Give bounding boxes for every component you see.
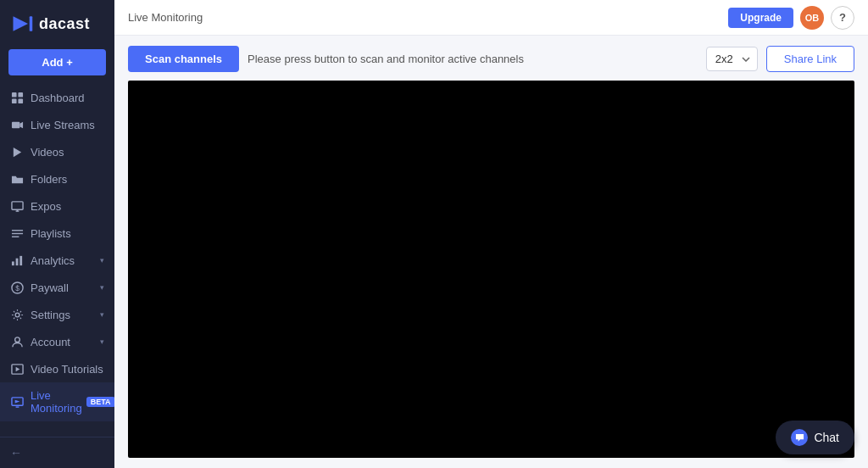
video-monitor-area bbox=[128, 81, 854, 458]
sidebar-item-label: Account bbox=[31, 336, 70, 348]
svg-rect-2 bbox=[11, 92, 16, 97]
sidebar-item-expos[interactable]: Expos bbox=[0, 192, 114, 220]
topbar-right: Upgrade OB ? bbox=[728, 6, 854, 30]
sidebar-item-paywall[interactable]: $ Paywall ▾ bbox=[0, 274, 114, 301]
sidebar-item-live-streams[interactable]: Live Streams bbox=[0, 111, 114, 138]
sidebar-item-analytics[interactable]: Analytics ▾ bbox=[0, 247, 114, 274]
svg-rect-16 bbox=[15, 258, 18, 265]
toolbar-row: Scan channels Please press button to sca… bbox=[128, 46, 854, 72]
svg-marker-0 bbox=[14, 16, 29, 31]
svg-marker-8 bbox=[13, 147, 20, 156]
nav-items: Dashboard Live Streams Videos Folders bbox=[0, 84, 114, 437]
dollar-icon: $ bbox=[10, 281, 24, 294]
sidebar-item-label: Live Monitoring bbox=[31, 389, 82, 415]
monitor-play-icon bbox=[10, 395, 24, 409]
dacast-logo-icon bbox=[10, 12, 34, 36]
sidebar-item-settings[interactable]: Settings ▾ bbox=[0, 301, 114, 328]
play-square-icon bbox=[10, 362, 24, 376]
beta-badge: BETA bbox=[86, 397, 114, 407]
logo-area: dacast bbox=[0, 0, 114, 44]
topbar: Live Monitoring Upgrade OB ? bbox=[114, 0, 868, 36]
chevron-down-icon: ▾ bbox=[100, 256, 104, 265]
play-icon bbox=[10, 145, 24, 159]
sidebar-item-video-tutorials[interactable]: Video Tutorials bbox=[0, 355, 114, 382]
avatar-button[interactable]: OB bbox=[800, 6, 824, 30]
chevron-down-icon: ▾ bbox=[100, 337, 104, 346]
page-title: Live Monitoring bbox=[128, 11, 203, 24]
toolbar-hint: Please press button to scan and monitor … bbox=[248, 53, 698, 65]
sidebar: dacast Add + Dashboard Live Streams Vide… bbox=[0, 0, 114, 468]
gear-icon bbox=[10, 308, 24, 321]
chevron-down-icon: ▾ bbox=[100, 283, 104, 292]
svg-text:$: $ bbox=[15, 284, 19, 292]
svg-rect-15 bbox=[11, 261, 14, 265]
sidebar-item-label: Settings bbox=[31, 309, 70, 321]
sidebar-item-label: Videos bbox=[31, 146, 64, 159]
add-button[interactable]: Add + bbox=[8, 49, 106, 75]
sidebar-item-label: Video Tutorials bbox=[31, 363, 103, 376]
upgrade-button[interactable]: Upgrade bbox=[728, 8, 793, 28]
help-button[interactable]: ? bbox=[831, 6, 854, 30]
chat-button[interactable]: Chat bbox=[776, 421, 854, 454]
person-icon bbox=[10, 335, 24, 348]
sidebar-item-label: Analytics bbox=[31, 254, 75, 267]
grid-icon bbox=[10, 91, 24, 104]
svg-rect-5 bbox=[18, 98, 23, 103]
svg-point-20 bbox=[15, 313, 19, 317]
chat-icon bbox=[791, 429, 808, 446]
svg-marker-23 bbox=[15, 366, 19, 371]
sidebar-bottom: ← bbox=[0, 437, 114, 468]
folder-icon bbox=[10, 172, 24, 186]
video-icon bbox=[10, 118, 24, 131]
list-icon bbox=[10, 226, 24, 240]
svg-rect-9 bbox=[11, 201, 22, 209]
logo-text: dacast bbox=[39, 15, 90, 33]
svg-rect-17 bbox=[19, 255, 22, 265]
svg-rect-4 bbox=[11, 98, 16, 103]
bar-chart-icon bbox=[10, 254, 24, 267]
monitor-icon bbox=[10, 199, 24, 213]
share-link-button[interactable]: Share Link bbox=[766, 46, 854, 72]
sidebar-item-playlists[interactable]: Playlists bbox=[0, 220, 114, 247]
main-content: Live Monitoring Upgrade OB ? Scan channe… bbox=[114, 0, 868, 468]
chevron-down-icon: ▾ bbox=[100, 310, 104, 319]
sidebar-item-label: Playlists bbox=[31, 227, 71, 240]
scan-channels-button[interactable]: Scan channels bbox=[128, 46, 239, 72]
sidebar-item-label: Paywall bbox=[31, 281, 69, 294]
sidebar-item-label: Expos bbox=[31, 200, 61, 213]
sidebar-item-account[interactable]: Account ▾ bbox=[0, 328, 114, 355]
svg-point-21 bbox=[14, 337, 19, 342]
sidebar-item-live-monitoring[interactable]: Live Monitoring BETA bbox=[0, 382, 114, 421]
chat-label: Chat bbox=[814, 431, 839, 444]
svg-rect-6 bbox=[11, 121, 19, 128]
content-area: Scan channels Please press button to sca… bbox=[114, 36, 868, 468]
sidebar-item-label: Live Streams bbox=[31, 119, 95, 131]
sidebar-item-dashboard[interactable]: Dashboard bbox=[0, 84, 114, 111]
svg-rect-1 bbox=[30, 16, 33, 31]
sidebar-item-folders[interactable]: Folders bbox=[0, 165, 114, 192]
sidebar-item-videos[interactable]: Videos bbox=[0, 138, 114, 165]
svg-marker-7 bbox=[19, 121, 23, 128]
sidebar-item-label: Dashboard bbox=[31, 92, 85, 104]
svg-rect-3 bbox=[18, 92, 23, 97]
svg-marker-25 bbox=[14, 399, 19, 403]
grid-layout-select[interactable]: 2x2 1x1 3x3 4x4 bbox=[706, 47, 758, 71]
collapse-sidebar-button[interactable]: ← bbox=[10, 446, 104, 460]
sidebar-item-label: Folders bbox=[31, 173, 67, 186]
